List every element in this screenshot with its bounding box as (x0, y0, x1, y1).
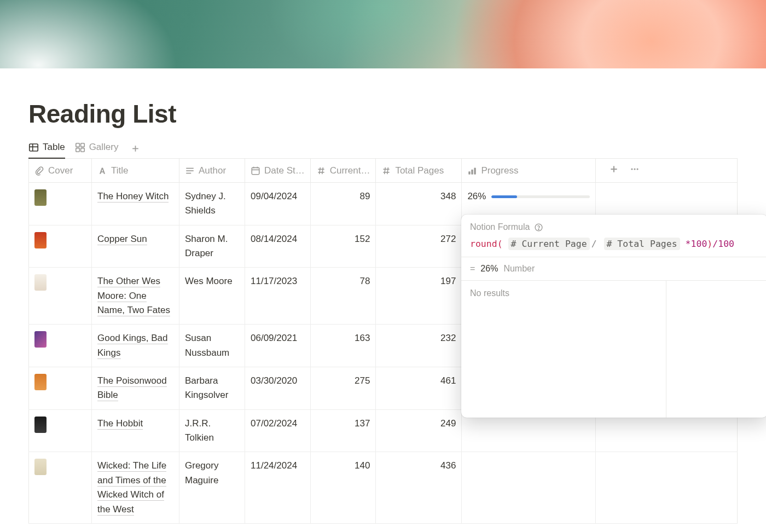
cell-title[interactable]: The Hobbit (92, 409, 179, 452)
formula-docs-panel (666, 281, 766, 418)
cell-total-pages[interactable]: 461 (376, 367, 462, 410)
cell-author[interactable]: Wes Moore (179, 268, 245, 325)
cell-total-pages[interactable]: 272 (376, 225, 462, 268)
cell-author[interactable]: Sharon M. Draper (179, 225, 245, 268)
column-header-actions (596, 159, 738, 183)
attachment-icon (34, 166, 44, 176)
cell-author[interactable]: Barbara Kingsolver (179, 367, 245, 410)
cell-title[interactable]: The Poisonwood Bible (92, 367, 179, 410)
formula-result: = 26% Number (461, 257, 766, 280)
cell-cover[interactable] (29, 225, 92, 268)
gallery-icon (75, 142, 85, 153)
cell-progress[interactable] (462, 452, 596, 523)
page-title[interactable]: Reading List (28, 99, 738, 129)
table-row[interactable]: Wicked: The Life and Times of the Wicked… (29, 452, 738, 523)
help-icon[interactable] (534, 223, 543, 232)
calendar-icon (251, 166, 260, 176)
cell-date[interactable]: 11/24/2024 (245, 452, 311, 523)
cell-current-page[interactable]: 78 (310, 268, 376, 325)
cell-date[interactable]: 06/09/2021 (245, 325, 311, 367)
cover-thumbnail (34, 374, 47, 390)
cell-cover[interactable] (29, 367, 92, 410)
cell-date[interactable]: 03/30/2020 (245, 367, 311, 410)
svg-rect-4 (80, 143, 84, 147)
cell-current-page[interactable]: 275 (310, 367, 376, 410)
column-header-progress[interactable]: Progress (462, 159, 596, 183)
svg-point-29 (631, 168, 633, 170)
title-text: Good Kings, Bad Kings (97, 333, 168, 358)
cell-extra[interactable] (596, 452, 738, 523)
cell-total-pages[interactable]: 436 (376, 452, 462, 523)
new-page-button[interactable]: New page (28, 524, 738, 532)
view-tabs: Table Gallery (28, 138, 738, 159)
cover-image (0, 0, 766, 68)
svg-point-30 (634, 168, 636, 170)
svg-rect-26 (474, 167, 476, 174)
column-header-cover[interactable]: Cover (29, 159, 92, 183)
svg-line-22 (385, 167, 386, 174)
cell-total-pages[interactable]: 348 (376, 183, 462, 225)
title-text: The Poisonwood Bible (97, 375, 167, 401)
lines-icon (185, 166, 195, 176)
formula-suggestions: No results (461, 281, 666, 418)
cell-cover[interactable] (29, 452, 92, 523)
title-text: The Honey Witch (97, 191, 169, 203)
cell-current-page[interactable]: 89 (310, 183, 376, 225)
cell-date[interactable]: 11/17/2023 (245, 268, 311, 325)
cell-title[interactable]: Copper Sun (92, 225, 179, 268)
cell-cover[interactable] (29, 183, 92, 225)
tab-gallery[interactable]: Gallery (75, 138, 119, 158)
cell-title[interactable]: Wicked: The Life and Times of the Wicked… (92, 452, 179, 523)
title-text: The Other Wes Moore: One Name, Two Fates (97, 276, 170, 316)
cell-cover[interactable] (29, 409, 92, 452)
number-icon (316, 166, 326, 176)
add-view-button[interactable] (129, 142, 142, 155)
progress-bar (491, 195, 590, 198)
cell-cover[interactable] (29, 325, 92, 367)
formula-input[interactable]: round( # Current Page/ # Total Pages *10… (461, 239, 766, 257)
cell-title[interactable]: The Honey Witch (92, 183, 179, 225)
cell-date[interactable]: 08/14/2024 (245, 225, 311, 268)
formula-editor-popup[interactable]: Notion Formula round( # Current Page/ # … (461, 215, 766, 418)
progress-value: 26% (467, 189, 486, 204)
cell-title[interactable]: Good Kings, Bad Kings (92, 325, 179, 367)
cover-thumbnail (34, 274, 47, 291)
svg-line-19 (322, 167, 323, 174)
table-icon (28, 142, 39, 153)
svg-rect-3 (76, 143, 79, 147)
cover-thumbnail (34, 232, 47, 248)
cell-current-page[interactable]: 140 (310, 452, 376, 523)
cell-author[interactable]: Sydney J. Shields (179, 183, 245, 225)
column-header-current-page[interactable]: Current… (310, 159, 376, 183)
plus-icon (131, 144, 140, 153)
cell-date[interactable]: 09/04/2024 (245, 183, 311, 225)
formula-popup-header: Notion Formula (461, 215, 766, 239)
column-header-total-pages[interactable]: Total Pages (376, 159, 462, 183)
tab-table[interactable]: Table (28, 138, 65, 158)
cell-cover[interactable] (29, 268, 92, 325)
cell-author[interactable]: J.R.R. Tolkien (179, 409, 245, 452)
bar-chart-icon (467, 166, 477, 176)
svg-rect-25 (472, 169, 473, 174)
cell-current-page[interactable]: 152 (310, 225, 376, 268)
cell-author[interactable]: Gregory Maguire (179, 452, 245, 523)
cell-total-pages[interactable]: 249 (376, 409, 462, 452)
table-options-button[interactable] (630, 164, 640, 177)
cell-author[interactable]: Susan Nussbaum (179, 325, 245, 367)
cover-thumbnail (34, 189, 47, 206)
cell-total-pages[interactable]: 232 (376, 325, 462, 367)
svg-rect-5 (76, 148, 79, 152)
cell-title[interactable]: The Other Wes Moore: One Name, Two Fates (92, 268, 179, 325)
column-header-author[interactable]: Author (179, 159, 245, 183)
cell-date[interactable]: 07/02/2024 (245, 409, 311, 452)
cell-current-page[interactable]: 163 (310, 325, 376, 367)
column-header-date[interactable]: Date St… (245, 159, 311, 183)
column-header-title[interactable]: Title (92, 159, 179, 183)
cell-current-page[interactable]: 137 (310, 409, 376, 452)
text-icon (97, 166, 107, 176)
add-column-button[interactable] (609, 164, 619, 177)
svg-point-31 (637, 168, 639, 170)
cell-total-pages[interactable]: 197 (376, 268, 462, 325)
svg-line-18 (319, 167, 320, 174)
svg-point-35 (538, 229, 539, 229)
